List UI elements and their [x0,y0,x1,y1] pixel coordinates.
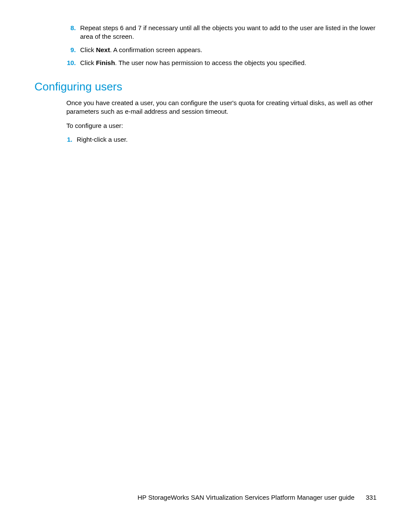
intro-paragraph: Once you have created a user, you can co… [66,99,377,116]
step-text: Right-click a user. [77,135,377,144]
step-text: Click Finish. The user now has permissio… [80,59,377,67]
step-number: 9. [34,46,80,54]
step-number: 8. [34,24,80,41]
lead-in: To configure a user: [66,121,377,130]
step-number: 10. [34,59,80,67]
list-item: 1. Right-click a user. [34,135,377,144]
list-item: 9. Click Next. A confirmation screen app… [34,46,377,54]
list-item: 8. Repeat steps 6 and 7 if necessary unt… [34,24,377,41]
step-number: 1. [34,135,77,144]
step-text: Click Next. A confirmation screen appear… [80,46,377,54]
section-heading: Configuring users [34,79,377,94]
list-item: 10. Click Finish. The user now has permi… [34,59,377,67]
step-text: Repeat steps 6 and 7 if necessary until … [80,24,377,41]
page-number: 331 [366,494,377,501]
page-footer: HP StorageWorks SAN Virtualization Servi… [137,493,377,502]
footer-title: HP StorageWorks SAN Virtualization Servi… [137,494,355,501]
